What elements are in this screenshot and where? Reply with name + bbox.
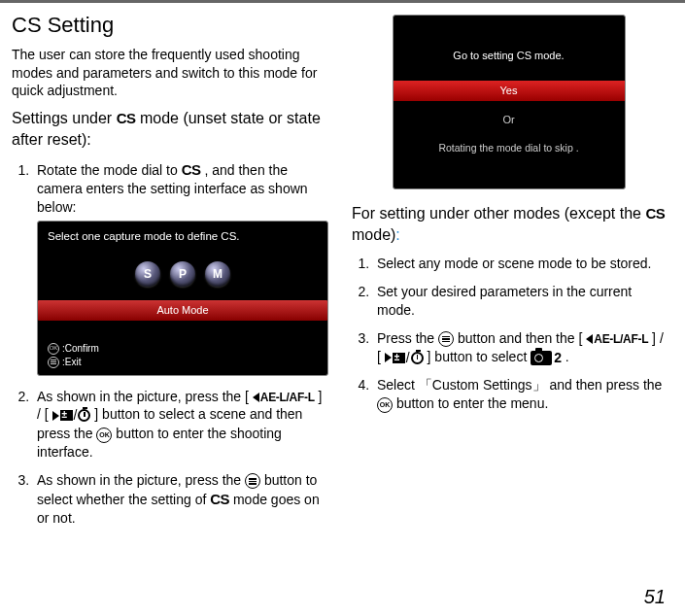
ev-icon — [393, 353, 405, 363]
page-title: CS Setting — [12, 11, 328, 40]
shot2-yes-bar: Yes — [394, 81, 625, 101]
subhead-right: For setting under other modes (except th… — [352, 203, 666, 245]
r-step-3: Press the button and then the [ AE-L/AF-… — [373, 329, 666, 367]
mode-p: P — [170, 261, 195, 287]
menu-mini-icon — [48, 357, 59, 368]
text: For setting under other modes (except th… — [352, 205, 645, 222]
screenshot-define-cs: Select one capture mode to define CS. S … — [37, 221, 328, 376]
ok-button-icon: OK — [96, 428, 112, 443]
shot1-hints: OK:Confirm :Exit — [48, 342, 99, 369]
selected-mode-bar: Auto Mode — [38, 300, 327, 321]
text: . — [562, 349, 569, 364]
step-2: As shown in the picture, press the [ AE-… — [33, 388, 328, 462]
steps-right: Select any mode or scene mode to be stor… — [352, 255, 666, 413]
subhead-left: Settings under CS mode (unset state or s… — [12, 108, 328, 150]
intro-text: The user can store the frequently used s… — [12, 46, 328, 101]
text: Press the — [377, 330, 438, 346]
screenshot-go-to-cs: Go to setting CS mode. Yes Or Rotating t… — [393, 15, 626, 189]
steps-left: Rotate the mode dial to CS , and then th… — [12, 160, 328, 528]
text: As shown in the picture, press the [ — [37, 389, 253, 404]
triangle-right-icon — [52, 411, 59, 421]
shot2-line1: Go to setting CS mode. — [403, 49, 615, 63]
mode-m: M — [205, 261, 230, 287]
triangle-right-icon — [385, 353, 392, 362]
text: button to enter the menu. — [393, 395, 548, 411]
left-column: CS Setting The user can store the freque… — [12, 11, 328, 537]
menu-button-icon — [438, 331, 454, 347]
r-step-2: Set your desired parameters in the curre… — [373, 283, 666, 320]
mode-row: S P M — [48, 261, 318, 287]
ae-af-label: AE-L/AF-L — [594, 331, 648, 347]
cs-mode-icon: CS — [117, 110, 136, 126]
ev-icon — [60, 410, 73, 421]
text: :Exit — [62, 356, 81, 369]
text: Settings under — [12, 110, 117, 126]
menu-button-icon — [245, 473, 260, 489]
self-timer-icon — [78, 409, 90, 422]
colon: : — [395, 226, 399, 243]
cs-mode-icon: CS — [210, 491, 229, 507]
ok-button-icon: OK — [377, 397, 393, 413]
left-ae-af-button-icon: AE-L/AF-L — [586, 331, 648, 347]
r-step-4: Select 「Custom Settings」 and then press … — [373, 376, 666, 413]
mode-s: S — [135, 261, 160, 287]
left-ae-af-button-icon: AE-L/AF-L — [253, 390, 315, 405]
text: mode) — [352, 226, 395, 243]
text: Rotate the mode dial to — [37, 162, 182, 178]
cs-mode-icon: CS — [182, 161, 201, 178]
right-ev-timer-button-icon: / — [52, 406, 91, 425]
r-step-1: Select any mode or scene mode to be stor… — [373, 255, 666, 273]
shot2-rotate: Rotating the mode dial to skip . — [403, 141, 615, 154]
ae-af-label: AE-L/AF-L — [260, 390, 315, 405]
cs-mode-icon: CS — [645, 205, 665, 222]
shot2-or: Or — [403, 113, 615, 127]
triangle-left-icon — [253, 393, 259, 402]
text: Select 「Custom Settings」 and then press … — [377, 377, 662, 393]
text: :Confirm — [62, 342, 99, 356]
camera-icon — [531, 351, 552, 365]
step-1: Rotate the mode dial to CS , and then th… — [33, 160, 328, 376]
step-3: As shown in the picture, press the butto… — [33, 471, 328, 528]
ok-mini-icon: OK — [48, 343, 59, 355]
triangle-left-icon — [586, 334, 593, 344]
camera-number: 2 — [554, 350, 562, 365]
text: As shown in the picture, press the — [37, 472, 245, 488]
right-column: Go to setting CS mode. Yes Or Rotating t… — [352, 11, 666, 537]
self-timer-icon — [411, 352, 424, 364]
text: button and then the [ — [454, 330, 586, 346]
text: ] button to select — [424, 349, 531, 364]
page-number: 51 — [644, 586, 666, 608]
right-ev-timer-button-icon: / — [385, 349, 424, 367]
shot1-title: Select one capture mode to define CS. — [48, 229, 318, 245]
